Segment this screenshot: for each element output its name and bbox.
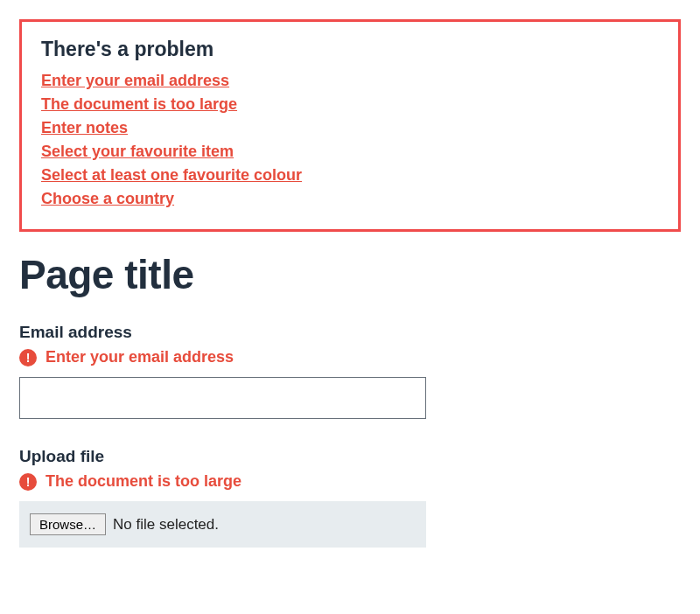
email-error-text: Enter your email address — [46, 348, 234, 366]
error-link-document[interactable]: The document is too large — [41, 95, 237, 113]
email-label: Email address — [19, 323, 681, 342]
error-summary: There's a problem Enter your email addre… — [19, 19, 681, 232]
error-link-country[interactable]: Choose a country — [41, 190, 174, 207]
error-link-email[interactable]: Enter your email address — [41, 72, 229, 89]
email-field-group: Email address Enter your email address — [19, 323, 681, 419]
error-link-favourite-item[interactable]: Select your favourite item — [41, 143, 234, 160]
file-input-wrap: Browse… No file selected. — [19, 501, 426, 548]
upload-label: Upload file — [19, 447, 681, 466]
error-summary-title: There's a problem — [41, 38, 659, 61]
upload-field-group: Upload file The document is too large Br… — [19, 447, 681, 548]
file-status-text: No file selected. — [113, 516, 219, 534]
upload-error: The document is too large — [19, 472, 681, 491]
error-icon — [19, 473, 37, 491]
upload-error-text: The document is too large — [46, 472, 242, 491]
error-icon — [19, 349, 37, 366]
email-input[interactable] — [19, 377, 426, 419]
error-link-notes[interactable]: Enter notes — [41, 119, 128, 136]
page-title: Page title — [19, 251, 681, 298]
error-summary-list: Enter your email address The document is… — [41, 72, 659, 208]
email-error: Enter your email address — [19, 348, 681, 366]
browse-button[interactable]: Browse… — [30, 513, 106, 535]
error-link-favourite-colour[interactable]: Select at least one favourite colour — [41, 166, 302, 184]
